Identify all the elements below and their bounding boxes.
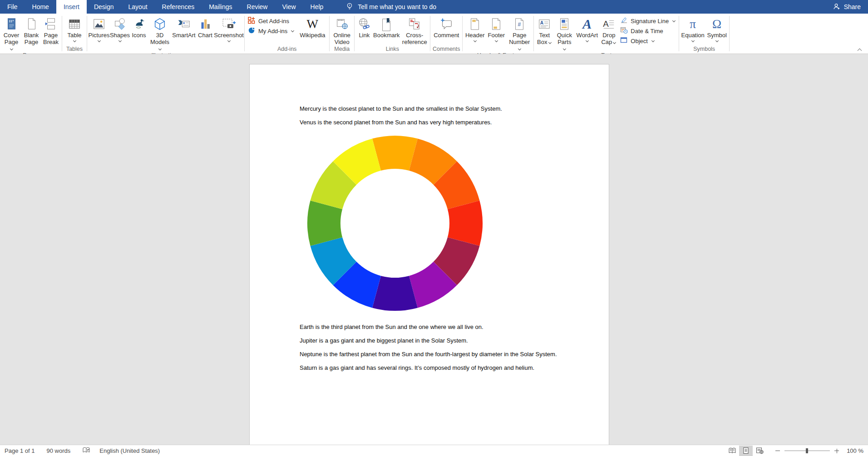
ribbon-group-pages: Cover Page Blank Page Page Break Pages — [1, 14, 61, 54]
proofing-icon[interactable] — [82, 446, 90, 455]
chevron-down-icon — [227, 39, 231, 43]
chevron-down-icon — [10, 47, 14, 51]
web-layout-button[interactable] — [753, 446, 766, 456]
header-button[interactable]: Header — [464, 15, 486, 52]
tab-insert[interactable]: Insert — [56, 0, 87, 14]
cross-reference-button[interactable]: Cross-reference — [400, 15, 429, 46]
zoom-slider-handle[interactable] — [806, 448, 808, 453]
signature-line-button[interactable]: Signature Line — [618, 16, 678, 26]
cross-reference-icon — [408, 15, 421, 32]
online-video-icon — [335, 15, 349, 32]
tab-view[interactable]: View — [275, 0, 303, 14]
footer-button[interactable]: Footer — [486, 15, 506, 52]
bookmark-button[interactable]: Bookmark — [373, 15, 400, 46]
tab-file[interactable]: File — [0, 0, 25, 14]
read-mode-button[interactable] — [725, 446, 739, 456]
group-label-media: Media — [330, 46, 353, 54]
paragraph-venus[interactable]: Venus is the second planet from the Sun … — [300, 118, 565, 127]
quick-parts-button[interactable]: Quick Parts — [554, 15, 575, 52]
ribbon-group-symbols: π Equation Ω Symbol Symbols — [680, 14, 728, 54]
omega-icon: Ω — [712, 17, 721, 31]
my-addins-button[interactable]: My Add-ins — [246, 26, 296, 36]
zoom-slider[interactable] — [784, 451, 830, 451]
tab-design[interactable]: Design — [87, 0, 121, 14]
group-divider — [87, 16, 87, 51]
smartart-button[interactable]: SmartArt — [172, 15, 196, 52]
language-indicator[interactable]: English (United States) — [99, 447, 160, 454]
chart-label: Chart — [198, 32, 212, 39]
icons-button[interactable]: Icons — [130, 15, 148, 52]
3d-models-button[interactable]: 3D Models — [148, 15, 172, 52]
page-break-button[interactable]: Page Break — [41, 15, 61, 52]
drop-cap-button[interactable]: A Drop Cap — [599, 15, 618, 52]
zoom-out-icon[interactable] — [773, 446, 783, 456]
shapes-label: Shapes — [110, 32, 130, 39]
chevron-down-icon — [518, 47, 522, 51]
shapes-icon — [113, 15, 127, 32]
online-video-label: Online Video — [332, 32, 352, 45]
collapse-ribbon-icon[interactable] — [857, 48, 863, 52]
online-video-button[interactable]: Online Video — [330, 15, 353, 46]
paragraph-mercury[interactable]: Mercury is the closest planet to the Sun… — [300, 104, 565, 113]
symbol-button[interactable]: Ω Symbol — [705, 15, 728, 46]
chevron-down-icon — [672, 19, 676, 23]
screenshot-button[interactable]: Screenshot — [214, 15, 243, 52]
my-addins-icon — [247, 26, 256, 36]
comment-button[interactable]: Comment — [431, 15, 461, 46]
paragraph-saturn[interactable]: Saturn is a gas giant and has several ri… — [300, 363, 565, 372]
date-time-button[interactable]: Date & Time — [618, 26, 678, 36]
wordart-icon: A — [582, 17, 592, 31]
lightbulb-icon — [346, 2, 353, 12]
page-number-button[interactable]: # Page Number — [506, 15, 533, 52]
paragraph-jupiter[interactable]: Jupiter is a gas giant and the biggest p… — [300, 336, 565, 345]
equation-button[interactable]: π Equation — [680, 15, 705, 46]
footer-label: Footer — [488, 32, 505, 39]
object-button[interactable]: Object — [618, 36, 678, 46]
color-wheel-image[interactable] — [307, 135, 483, 311]
chevron-down-icon — [473, 39, 477, 43]
tab-mailings[interactable]: Mailings — [202, 0, 239, 14]
header-label: Header — [465, 32, 485, 39]
pi-icon: π — [690, 17, 696, 31]
wikipedia-icon: W — [307, 17, 318, 31]
tab-home[interactable]: Home — [25, 0, 56, 14]
tab-references[interactable]: References — [155, 0, 202, 14]
signature-line-label: Signature Line — [631, 18, 669, 25]
chart-button[interactable]: Chart — [196, 15, 214, 52]
cross-reference-label: Cross-reference — [401, 32, 428, 45]
share-button[interactable]: Share — [825, 0, 868, 14]
comment-icon — [439, 15, 453, 32]
get-addins-button[interactable]: Get Add-ins — [246, 16, 296, 26]
zoom-level[interactable]: 100 % — [842, 447, 863, 454]
3d-models-label: 3D Models — [150, 32, 169, 45]
group-divider — [462, 16, 463, 51]
wordart-button[interactable]: A WordArt — [575, 15, 599, 52]
ribbon-group-header-footer: Header Footer # Page Number Header & Foo… — [464, 14, 533, 54]
shapes-button[interactable]: Shapes — [110, 15, 130, 52]
text-box-button[interactable]: A Text Box — [535, 15, 554, 52]
chevron-down-icon — [612, 41, 616, 44]
tab-review[interactable]: Review — [240, 0, 275, 14]
tab-layout[interactable]: Layout — [121, 0, 155, 14]
document-page[interactable]: Mercury is the closest planet to the Sun… — [249, 64, 609, 445]
table-button[interactable]: Table — [63, 15, 86, 46]
chevron-down-icon — [562, 47, 567, 51]
wikipedia-label: Wikipedia — [300, 32, 325, 39]
group-divider — [354, 16, 355, 51]
paragraph-earth[interactable]: Earth is the third planet from the Sun a… — [300, 323, 565, 331]
group-divider — [329, 16, 330, 51]
pictures-button[interactable]: Pictures — [88, 15, 110, 52]
tab-help[interactable]: Help — [303, 0, 331, 14]
zoom-in-icon[interactable] — [832, 446, 842, 456]
link-button[interactable]: Link — [355, 15, 373, 46]
chevron-down-icon — [651, 39, 655, 43]
tell-me-box[interactable]: Tell me what you want to do — [346, 0, 436, 14]
cover-page-button[interactable]: Cover Page — [1, 15, 22, 52]
page-indicator[interactable]: Page 1 of 1 — [5, 447, 35, 454]
print-layout-button[interactable] — [739, 446, 753, 456]
blank-page-button[interactable]: Blank Page — [22, 15, 41, 52]
wikipedia-button[interactable]: W Wikipedia — [296, 15, 328, 46]
paragraph-neptune[interactable]: Neptune is the farthest planet from the … — [300, 350, 565, 358]
chart-icon — [198, 15, 212, 32]
word-count[interactable]: 90 words — [47, 447, 71, 454]
